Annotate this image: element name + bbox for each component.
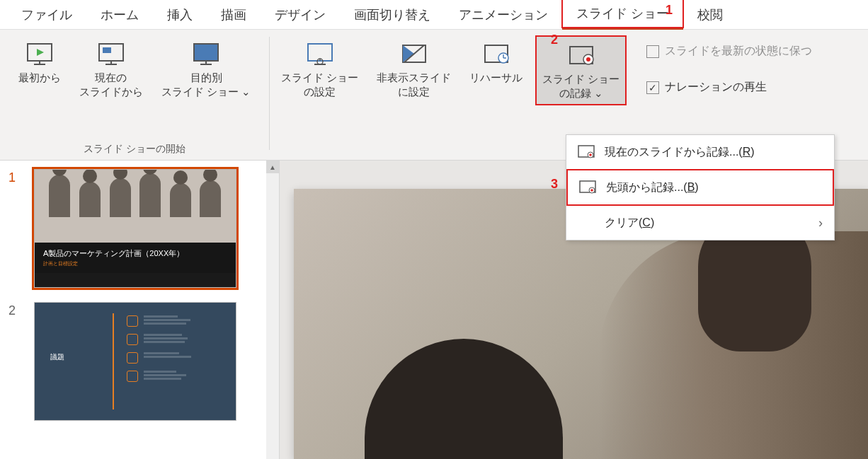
hide-slide-icon: [400, 40, 428, 68]
record-small-icon: [579, 179, 596, 196]
ribbon-tabs: ファイル ホーム 挿入 描画 デザイン 画面切り替え アニメーション スライド …: [0, 0, 868, 30]
svg-rect-5: [103, 47, 111, 53]
rehearse-icon: [482, 40, 510, 68]
record-dropdown-menu: 現在のスライドから記録...(R) 先頭から記録...(B) クリア(C) ›: [566, 134, 835, 240]
tab-file[interactable]: ファイル: [7, 1, 86, 29]
slide-number-2: 2: [8, 302, 21, 318]
slide1-title: A製品のマーケティング計画（20XX年）: [43, 248, 227, 259]
thumbnail-scrollbar[interactable]: ▲: [266, 161, 279, 459]
slide-thumbnail-2[interactable]: 議題: [34, 302, 236, 421]
button-custom-show-label: 目的別 スライド ショー ⌄: [161, 71, 251, 98]
setup-icon: [306, 40, 334, 68]
checkbox-unchecked-icon: [646, 45, 659, 58]
scroll-up-icon[interactable]: ▲: [266, 161, 279, 173]
blank-icon: [578, 214, 595, 231]
option-play-narrations[interactable]: ナレーションの再生: [646, 80, 812, 95]
option-play-narrations-label: ナレーションの再生: [665, 80, 767, 95]
tab-review[interactable]: 校閲: [683, 1, 737, 29]
checkbox-checked-icon: [646, 81, 659, 94]
button-hide-slide-label: 非表示スライド に設定: [377, 71, 451, 98]
menu-clear[interactable]: クリア(C) ›: [566, 206, 834, 240]
svg-marker-16: [403, 45, 414, 62]
button-record-label: スライド ショー の記録 ⌄: [542, 72, 619, 100]
ribbon-options: スライドを最新の状態に保つ ナレーションの再生: [632, 30, 826, 95]
record-icon: [567, 41, 595, 69]
menu-record-from-beginning[interactable]: 先頭から記録...(B): [566, 169, 834, 206]
slide-thumb-row-2: 2 議題: [8, 302, 270, 421]
tab-design[interactable]: デザイン: [261, 1, 340, 29]
chevron-right-icon: ›: [818, 216, 823, 231]
tab-transitions[interactable]: 画面切り替え: [340, 1, 445, 29]
button-from-beginning-label: 最初から: [18, 71, 61, 85]
slide-thumbnail-1[interactable]: A製品のマーケティング計画（20XX年） 計画と目標設定: [34, 169, 236, 288]
tab-draw[interactable]: 描画: [207, 1, 261, 29]
menu-record-from-beginning-label: 先頭から記録...(B): [606, 180, 821, 195]
play-current-icon: [97, 40, 125, 68]
button-hide-slide[interactable]: 非表示スライド に設定: [371, 35, 457, 103]
tab-animations[interactable]: アニメーション: [445, 1, 562, 29]
svg-point-24: [586, 57, 590, 62]
svg-point-27: [589, 153, 592, 156]
record-small-icon: [578, 144, 595, 161]
svg-rect-8: [194, 44, 218, 61]
annotation-number-2: 2: [551, 33, 558, 47]
option-keep-updated[interactable]: スライドを最新の状態に保つ: [646, 44, 812, 59]
button-setup[interactable]: スライド ショー の設定: [275, 35, 364, 103]
option-keep-updated-label: スライドを最新の状態に保つ: [665, 44, 812, 59]
slides-panel[interactable]: 1 A製品のマーケティング計画（20XX年）: [0, 161, 280, 459]
button-record-slideshow[interactable]: スライド ショー の記録 ⌄: [535, 35, 627, 105]
play-icon: [25, 40, 54, 68]
custom-show-icon: [192, 40, 220, 68]
group-label-start: スライド ショーの開始: [84, 140, 185, 160]
button-from-current-label: 現在の スライドから: [79, 71, 143, 98]
slide1-subtitle: 計画と目標設定: [43, 260, 227, 267]
svg-marker-1: [37, 49, 44, 56]
group-start-slideshow: 最初から 現在の スライドから 目的別 スライド ショー ⌄ スライド ショーの…: [0, 30, 269, 160]
button-setup-label: スライド ショー の設定: [281, 71, 358, 98]
slide-number-1: 1: [8, 169, 21, 185]
menu-record-from-current[interactable]: 現在のスライドから記録...(R): [566, 135, 834, 169]
slide-thumb-row-1: 1 A製品のマーケティング計画（20XX年）: [8, 169, 270, 288]
button-from-beginning[interactable]: 最初から: [13, 35, 67, 89]
annotation-number-1: 1: [666, 3, 673, 18]
svg-point-30: [590, 189, 593, 192]
slide2-label: 議題: [50, 352, 64, 362]
button-from-current[interactable]: 現在の スライドから: [74, 35, 149, 103]
menu-record-from-current-label: 現在のスライドから記録...(R): [605, 145, 823, 160]
menu-clear-label: クリア(C): [605, 216, 809, 231]
chevron-down-icon: ⌄: [241, 86, 251, 98]
button-custom-show[interactable]: 目的別 スライド ショー ⌄: [156, 35, 256, 103]
annotation-number-3: 3: [551, 177, 558, 192]
tab-insert[interactable]: 挿入: [153, 1, 207, 29]
button-rehearse-label: リハーサル: [469, 71, 522, 85]
chevron-down-icon: ⌄: [594, 87, 603, 99]
tab-home[interactable]: ホーム: [86, 1, 153, 29]
button-rehearse[interactable]: リハーサル: [464, 35, 528, 89]
